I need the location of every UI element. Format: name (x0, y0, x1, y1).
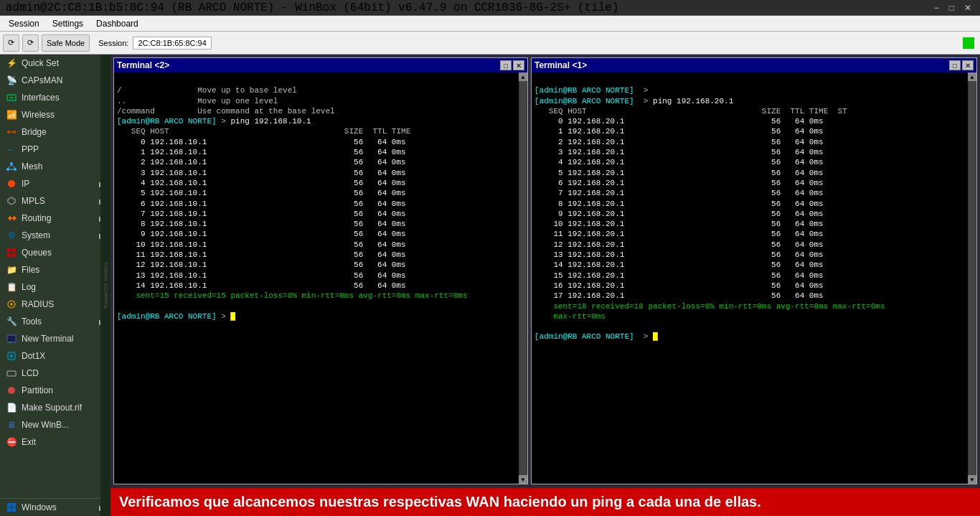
connection-indicator (963, 37, 974, 49)
sidebar-label-windows: Windows (22, 502, 57, 512)
sidebar-label-wireless: Wireless (22, 110, 55, 120)
sidebar-item-new-winbox[interactable]: 🖥 New WinB... (0, 416, 110, 433)
log-icon: 📋 (6, 281, 17, 293)
sidebar-item-tools[interactable]: 🔧 Tools ▶ (0, 313, 110, 330)
svg-point-7 (6, 168, 9, 171)
sidebar-item-files[interactable]: 📁 Files (0, 261, 110, 278)
svg-rect-23 (10, 355, 13, 357)
maximize-button[interactable]: □ (946, 3, 957, 13)
make-supout-icon: 📄 (6, 402, 17, 413)
sidebar-item-queues[interactable]: Queues (0, 244, 110, 261)
sidebar-item-partition[interactable]: Partition (0, 382, 110, 399)
terminal2-content[interactable]: / Move up to base level .. Move up one l… (114, 72, 519, 484)
terminal1-content[interactable]: [admin@RB ARCO NORTE] > [admin@RB ARCO N… (532, 72, 968, 484)
sidebar-label-routing: Routing (22, 213, 51, 223)
routing-icon (6, 212, 17, 224)
lcd-icon (6, 367, 17, 379)
sidebar-label-mpls: MPLS (22, 196, 45, 206)
terminal2-scrollbar: ▲ ▼ (519, 72, 527, 484)
terminal-window-1: Terminal <1> □ ✕ [admin@RB ARCO NORTE] >… (531, 57, 977, 484)
subtitle-bar: Verificamos que alcancemos nuestras resp… (110, 488, 980, 516)
sidebar-item-make-supout[interactable]: 📄 Make Supout.rif (0, 399, 110, 416)
sidebar-item-log[interactable]: 📋 Log (0, 278, 110, 296)
sidebar-item-new-terminal[interactable]: _ New Terminal (0, 330, 110, 347)
menu-session[interactable]: Session (3, 17, 45, 30)
sidebar-label-exit: Exit (22, 437, 36, 447)
sidebar-label-partition: Partition (22, 385, 53, 395)
svg-rect-27 (12, 503, 17, 507)
terminal2-controls: □ ✕ (500, 60, 524, 70)
subtitle-text: Verificamos que alcancemos nuestras resp… (119, 494, 761, 510)
radius-icon (6, 299, 17, 310)
wireless-icon: 📶 (6, 109, 17, 121)
sidebar-label-log: Log (22, 282, 36, 292)
terminal1-scroll-down[interactable]: ▼ (968, 475, 976, 484)
minimize-button[interactable]: − (931, 3, 942, 13)
sidebar-item-lcd[interactable]: LCD (0, 365, 110, 382)
terminal2-scroll-up[interactable]: ▲ (519, 72, 527, 81)
sidebar-label-dot1x: Dot1X (22, 351, 45, 361)
sidebar-label-interfaces: Interfaces (22, 93, 60, 103)
toolbar: ⟳ ⟳ Safe Mode Session: 2C:C8:1B:65:8C:94 (0, 32, 980, 55)
files-icon: 📁 (6, 264, 17, 276)
terminal1-text: [admin@RB ARCO NORTE] > [admin@RB ARCO N… (534, 75, 965, 352)
sidebar-item-capsman[interactable]: 📡 CAPsMAN (0, 72, 110, 89)
sidebar-item-ip[interactable]: IP ▶ (0, 175, 110, 192)
refresh2-button[interactable]: ⟳ (22, 34, 39, 52)
sidebar-label-radius: RADIUS (22, 299, 54, 309)
terminal2-scroll-down[interactable]: ▼ (519, 475, 527, 484)
terminal2-close[interactable]: ✕ (513, 60, 524, 70)
sidebar-item-ppp[interactable]: ↔ PPP (0, 141, 110, 158)
terminal1-title: Terminal <1> (534, 60, 587, 70)
menu-dashboard[interactable]: Dashboard (90, 17, 144, 30)
sidebar-item-system[interactable]: ⚙ System ▶ (0, 227, 110, 244)
mpls-icon (6, 195, 17, 207)
sidebar-item-mpls[interactable]: MPLS ▶ (0, 192, 110, 210)
terminal-area: Terminal <2> □ ✕ / Move up to base level… (110, 55, 980, 516)
svg-rect-14 (7, 248, 11, 252)
mesh-icon (6, 161, 17, 172)
sidebar-item-wireless[interactable]: 📶 Wireless (0, 106, 110, 123)
sidebar-item-bridge[interactable]: Bridge (0, 123, 110, 141)
ip-icon (6, 178, 17, 189)
dot1x-icon (6, 350, 17, 362)
svg-text:↔: ↔ (6, 146, 14, 154)
sidebar-item-interfaces[interactable]: Interfaces (0, 89, 110, 106)
svg-line-10 (11, 165, 15, 168)
sidebar-label-make-supout: Make Supout.rif (22, 403, 82, 413)
terminal2-titlebar: Terminal <2> □ ✕ (114, 58, 527, 72)
sidebar-item-windows[interactable]: Windows ▶ (0, 498, 110, 516)
terminal1-restore[interactable]: □ (949, 60, 961, 70)
sidebar-item-mesh[interactable]: Mesh (0, 158, 110, 175)
refresh-button[interactable]: ⟳ (3, 34, 19, 52)
sidebar-item-radius[interactable]: RADIUS (0, 296, 110, 313)
main-area: ⚡ Quick Set 📡 CAPsMAN Interfaces 📶 Wirel… (0, 55, 980, 516)
svg-rect-26 (7, 503, 11, 507)
exit-icon: ⛔ (6, 436, 17, 448)
terminal2-text: / Move up to base level .. Move up one l… (117, 75, 516, 332)
menu-settings[interactable]: Settings (47, 17, 89, 30)
svg-rect-24 (7, 371, 16, 376)
svg-rect-16 (7, 253, 11, 257)
sidebar-item-quick-set[interactable]: ⚡ Quick Set (0, 55, 110, 72)
sidebar-item-routing[interactable]: Routing ▶ (0, 210, 110, 227)
terminal1-scroll-up[interactable]: ▲ (968, 72, 976, 81)
sidebar-label-lcd: LCD (22, 368, 39, 378)
interfaces-icon (6, 92, 17, 103)
sidebar-label-system: System (22, 230, 50, 240)
sidebar-label-ip: IP (22, 179, 29, 189)
terminal2-restore[interactable]: □ (500, 60, 512, 70)
sidebar-label-new-winbox: New WinB... (22, 420, 69, 430)
sidebar-label-ppp: PPP (22, 144, 39, 154)
svg-point-6 (10, 162, 13, 165)
terminal2-scroll-track (519, 81, 527, 475)
close-button[interactable]: ✕ (961, 3, 974, 13)
sidebar-item-dot1x[interactable]: Dot1X (0, 347, 110, 365)
sidebar-label-mesh: Mesh (22, 161, 42, 172)
svg-point-19 (10, 303, 13, 306)
svg-point-25 (8, 387, 15, 394)
terminal1-close[interactable]: ✕ (962, 60, 974, 70)
safe-mode-button[interactable]: Safe Mode (42, 34, 90, 52)
sidebar-item-exit[interactable]: ⛔ Exit (0, 433, 110, 451)
sidebar-label-capsman: CAPsMAN (22, 75, 62, 85)
